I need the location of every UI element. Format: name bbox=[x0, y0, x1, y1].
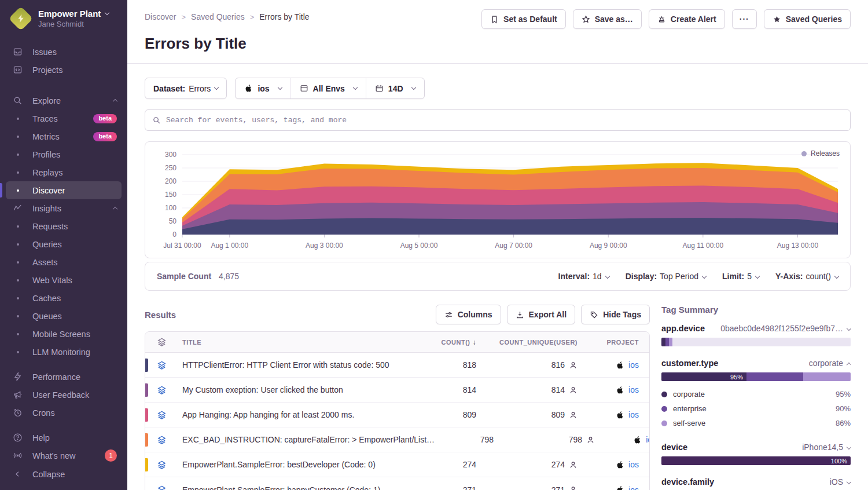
sidebar-collapse-button[interactable]: Collapse bbox=[6, 465, 122, 483]
stack-events-button[interactable] bbox=[157, 360, 167, 370]
interval-select[interactable]: Interval:1d bbox=[558, 272, 609, 281]
tag-value-row[interactable]: corporate 95% bbox=[661, 387, 851, 401]
project-link[interactable]: ios bbox=[628, 410, 639, 419]
search-bar bbox=[145, 109, 851, 131]
tag-section-header[interactable]: device iPhone14,5 bbox=[661, 443, 851, 452]
column-header-title[interactable]: TITLE bbox=[178, 339, 422, 346]
org-switcher[interactable]: Empower Plant Jane Schmidt bbox=[0, 0, 127, 36]
event-title-link[interactable]: My Custom exeption: User clicked the but… bbox=[182, 385, 417, 394]
lightning-icon bbox=[13, 372, 25, 382]
sidebar-item-requests[interactable]: Requests bbox=[6, 217, 122, 235]
sidebar-item-performance[interactable]: Performance bbox=[6, 368, 122, 386]
create-alert-button[interactable]: Create Alert bbox=[649, 9, 725, 29]
search-input[interactable] bbox=[166, 116, 843, 125]
stack-events-button[interactable] bbox=[157, 460, 167, 470]
sidebar-item-queues[interactable]: Queues bbox=[6, 307, 122, 325]
sidebar-item-user-feedback[interactable]: User Feedback bbox=[6, 386, 122, 404]
tag-value-row[interactable]: self-serve 86% bbox=[661, 416, 851, 430]
tag-value-row[interactable]: enterprise 90% bbox=[661, 401, 851, 416]
sidebar-item-metrics[interactable]: Metrics beta bbox=[6, 127, 122, 145]
limit-select[interactable]: Limit:5 bbox=[722, 272, 759, 281]
dataset-select[interactable]: Dataset: Errors bbox=[145, 78, 227, 99]
tag-section-customer-type: customer.type corporate 95% corporate 95… bbox=[661, 359, 851, 430]
sidebar-item-caches[interactable]: Caches bbox=[6, 289, 122, 307]
table-row[interactable]: App Hanging: App hanging for at least 20… bbox=[145, 403, 649, 427]
count-cell: 798 bbox=[439, 435, 503, 444]
sidebar-item-queries[interactable]: Queries bbox=[6, 235, 122, 253]
unique-count: 814 bbox=[551, 385, 565, 394]
sidebar-item-projects[interactable]: Projects bbox=[6, 61, 122, 79]
tag-section-header[interactable]: app.device 0baebc0de4982f1255f2e9e9fb7… bbox=[661, 324, 851, 333]
sidebar-item-replays[interactable]: Replays bbox=[6, 163, 122, 181]
stack-events-button[interactable] bbox=[157, 410, 167, 420]
hide-tags-button[interactable]: Hide Tags bbox=[581, 305, 650, 324]
sidebar-section-explore[interactable]: Explore bbox=[6, 92, 122, 109]
star-filled-icon bbox=[773, 15, 781, 24]
stack-events-button[interactable] bbox=[157, 385, 167, 395]
table-row[interactable]: EmpowerPlant.SampleError: happyCustomer … bbox=[145, 477, 649, 490]
breadcrumb-saved-queries[interactable]: Saved Queries bbox=[191, 12, 245, 21]
main-content: Discover > Saved Queries > Errors by Tit… bbox=[127, 0, 868, 490]
more-options-button[interactable]: ··· bbox=[732, 9, 757, 29]
sidebar-item-discover[interactable]: Discover bbox=[6, 181, 122, 199]
sidebar-section-insights[interactable]: Insights bbox=[6, 199, 122, 217]
project-link[interactable]: ios bbox=[628, 485, 639, 490]
project-link[interactable]: ios bbox=[628, 360, 639, 370]
event-title-link[interactable]: App Hanging: App hanging for at least 20… bbox=[182, 410, 417, 419]
column-header-project[interactable]: PROJECT bbox=[587, 339, 649, 346]
breadcrumb-discover[interactable]: Discover bbox=[145, 12, 176, 21]
svg-text:Aug 3 00:00: Aug 3 00:00 bbox=[306, 242, 343, 250]
tag-section-header[interactable]: device.family iOS bbox=[661, 477, 851, 487]
stack-column-header[interactable] bbox=[145, 337, 178, 347]
environment-filter[interactable]: All Envs bbox=[290, 78, 366, 98]
tag-section-header[interactable]: customer.type corporate bbox=[661, 359, 851, 368]
event-title-link[interactable]: EmpowerPlant.SampleError: bestDeveloper … bbox=[182, 460, 417, 469]
sidebar-item-llm-monitoring[interactable]: LLM Monitoring bbox=[6, 343, 122, 361]
table-row[interactable]: EXC_BAD_INSTRUCTION: captureFatalError: … bbox=[145, 427, 649, 452]
beta-badge: beta bbox=[93, 114, 117, 123]
event-title-link[interactable]: HTTPClientError: HTTP Client Error with … bbox=[182, 360, 417, 370]
tag-section-device-family: device.family iOS 100% bbox=[661, 477, 851, 490]
export-all-button[interactable]: Export All bbox=[507, 305, 576, 324]
set-as-default-button[interactable]: Set as Default bbox=[481, 9, 566, 29]
tag-section-app-device: app.device 0baebc0de4982f1255f2e9e9fb7… bbox=[661, 324, 851, 346]
column-header-count[interactable]: COUNT()↓ bbox=[422, 338, 486, 346]
chevron-up-icon bbox=[847, 363, 851, 367]
chart-legend-releases[interactable]: Releases bbox=[801, 149, 840, 158]
stack-events-button[interactable] bbox=[157, 435, 167, 445]
sidebar-item-help[interactable]: Help bbox=[6, 429, 122, 447]
date-range-filter[interactable]: 14D bbox=[366, 78, 424, 98]
sidebar-item-profiles[interactable]: Profiles bbox=[6, 145, 122, 163]
columns-button[interactable]: Columns bbox=[436, 305, 501, 324]
project-link[interactable]: ios bbox=[628, 460, 639, 469]
svg-text:Jul 31 00:00: Jul 31 00:00 bbox=[163, 242, 201, 250]
sidebar-item-assets[interactable]: Assets bbox=[6, 253, 122, 271]
event-title-link[interactable]: EmpowerPlant.SampleError: happyCustomer … bbox=[182, 485, 417, 490]
series-indicator bbox=[145, 483, 148, 490]
sort-desc-icon: ↓ bbox=[473, 338, 477, 346]
yaxis-select[interactable]: Y-Axis:count() bbox=[775, 272, 838, 281]
sidebar-item-mobile-screens[interactable]: Mobile Screens bbox=[6, 325, 122, 343]
column-header-unique[interactable]: COUNT_UNIQUE(USER) bbox=[486, 339, 587, 346]
svg-text:0: 0 bbox=[172, 231, 176, 239]
table-row[interactable]: My Custom exeption: User clicked the but… bbox=[145, 378, 649, 403]
sidebar-item-issues[interactable]: Issues bbox=[6, 43, 122, 61]
sidebar-item-traces[interactable]: Traces beta bbox=[6, 109, 122, 127]
bullet-icon bbox=[17, 315, 19, 317]
save-as-button[interactable]: Save as… bbox=[573, 9, 642, 29]
display-select[interactable]: Display:Top Period bbox=[626, 272, 706, 281]
project-link[interactable]: ios bbox=[628, 385, 639, 394]
sidebar-item-whats-new[interactable]: What's new 1 bbox=[6, 447, 122, 465]
sidebar-item-crons[interactable]: Crons bbox=[6, 404, 122, 422]
table-row[interactable]: HTTPClientError: HTTP Client Error with … bbox=[145, 353, 649, 378]
chevron-down-icon bbox=[847, 480, 851, 484]
table-row[interactable]: EmpowerPlant.SampleError: bestDeveloper … bbox=[145, 452, 649, 477]
project-link[interactable]: ios bbox=[646, 435, 650, 444]
saved-queries-button[interactable]: Saved Queries bbox=[764, 9, 851, 29]
stack-events-button[interactable] bbox=[157, 485, 167, 490]
chevron-down-icon bbox=[755, 274, 760, 279]
event-title-link[interactable]: EXC_BAD_INSTRUCTION: captureFatalError: … bbox=[182, 435, 435, 444]
project-filter[interactable]: ios bbox=[236, 78, 290, 98]
chart-footer: Sample Count 4,875 Interval:1d Display:T… bbox=[145, 262, 851, 291]
sidebar-item-web-vitals[interactable]: Web Vitals bbox=[6, 271, 122, 289]
